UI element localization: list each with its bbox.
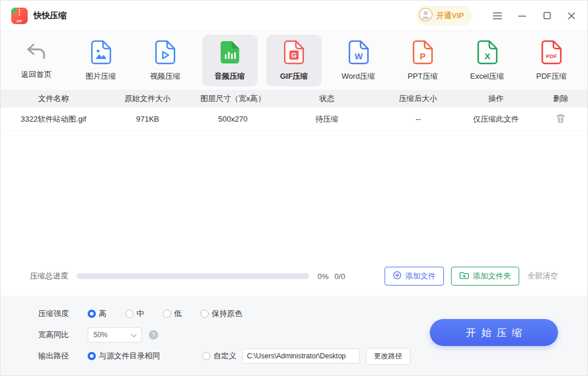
ratio-label: 宽高同比 (38, 330, 75, 340)
output-label: 输出路径 (38, 351, 75, 361)
toolbar-gif-compress[interactable]: G GIF压缩 (266, 35, 322, 86)
toolbar-video-compress[interactable]: 视频压缩 (138, 35, 193, 86)
toolbar-ppt-compress[interactable]: P PPT压缩 (395, 35, 450, 86)
progress-percent: 0% (318, 272, 329, 281)
chevron-down-icon (131, 331, 137, 337)
toolbar-audio-compress[interactable]: 音频压缩 (202, 35, 258, 86)
word-doc-icon: W (348, 40, 369, 67)
strength-option-low[interactable]: 低 (163, 308, 182, 319)
tool-label: 视频压缩 (150, 71, 181, 82)
strength-label: 压缩强度 (38, 308, 75, 319)
radio-icon (163, 310, 171, 318)
change-path-button[interactable]: 更改路径 (366, 348, 410, 365)
output-row: 输出路径 与源文件目录相同 自定义 更改路径 (38, 345, 587, 367)
progress-bar (76, 273, 309, 279)
window-controls (492, 11, 577, 21)
image-doc-icon (91, 40, 112, 67)
output-custom-option[interactable]: 自定义 (202, 351, 236, 361)
toolbar-word-compress[interactable]: W Word压缩 (331, 35, 386, 86)
tool-label: 图片压缩 (86, 71, 116, 82)
option-label: 高 (99, 308, 106, 319)
logo-text: ZIP (11, 19, 28, 23)
col-file-name: 文件名称 (1, 93, 106, 104)
file-list-empty-area (1, 131, 587, 263)
menu-icon[interactable] (492, 11, 503, 21)
col-dimensions: 图层尺寸（宽x高） (189, 93, 277, 104)
file-dimensions: 500x270 (189, 115, 277, 123)
tool-label: PDF压缩 (536, 71, 567, 82)
radio-checked-icon (88, 310, 96, 318)
option-label: 与源文件目录相同 (99, 351, 160, 361)
app-window: ZIP 快快压缩 开通VIP (0, 0, 588, 376)
option-label: 保持原色 (212, 308, 242, 319)
add-folder-button[interactable]: 添加文件夹 (451, 267, 519, 286)
close-icon[interactable] (566, 11, 577, 21)
progress-count: 0/0 (335, 272, 345, 281)
tool-label: 返回首页 (21, 69, 52, 80)
delete-file-button[interactable] (533, 113, 588, 125)
ratio-select[interactable]: 50% (88, 327, 142, 343)
toolbar-image-compress[interactable]: 图片压缩 (74, 35, 129, 86)
add-file-button[interactable]: 添加文件 (385, 267, 444, 286)
tool-label: GIF压缩 (280, 71, 308, 82)
col-status: 状态 (277, 93, 377, 104)
output-path-input[interactable] (242, 348, 360, 364)
help-icon[interactable]: ? (149, 330, 158, 340)
titlebar: ZIP 快快压缩 开通VIP (1, 1, 587, 31)
maximize-icon[interactable] (542, 11, 552, 21)
app-title: 快快压缩 (34, 11, 66, 21)
add-folder-label: 添加文件夹 (473, 271, 511, 281)
svg-text:G: G (292, 51, 297, 58)
settings-panel: 压缩强度 高 中 低 保持原色 宽高同比 50% (1, 296, 587, 375)
radio-checked-icon (88, 352, 96, 360)
progress-label: 压缩总进度 (30, 271, 68, 281)
toolbar-pdf-compress[interactable]: PDF PDF压缩 (524, 35, 579, 86)
compress-this-file-button[interactable]: 仅压缩此文件 (459, 114, 533, 125)
svg-text:W: W (355, 51, 363, 61)
progress-section: 压缩总进度 0% 0/0 添加文件 (1, 263, 587, 290)
option-label: 自定义 (213, 351, 236, 361)
strength-option-medium[interactable]: 中 (125, 308, 144, 319)
start-compress-button[interactable]: 开始压缩 (430, 319, 558, 346)
tool-label: Excel压缩 (470, 71, 505, 82)
col-original-size: 原始文件大小 (106, 93, 189, 104)
strength-option-keep-color[interactable]: 保持原色 (201, 308, 242, 319)
ppt-doc-icon: P (412, 40, 433, 67)
table-row: 3322软件站动图.gif 971KB 500x270 待压缩 -- 仅压缩此文… (1, 108, 587, 131)
option-label: 低 (174, 308, 182, 319)
file-size: 971KB (106, 115, 189, 123)
app-logo-icon: ZIP (11, 8, 28, 24)
gif-doc-icon: G (283, 40, 305, 67)
col-operation: 操作 (459, 93, 533, 104)
add-file-label: 添加文件 (405, 271, 436, 281)
file-compressed-size: -- (377, 115, 459, 123)
tool-label: PPT压缩 (407, 71, 437, 82)
radio-icon (125, 310, 133, 318)
col-delete: 删除 (533, 93, 588, 104)
excel-doc-icon: X (477, 40, 498, 67)
strength-option-high[interactable]: 高 (88, 308, 106, 319)
vip-label: 开通VIP (436, 11, 464, 21)
toolbar-excel-compress[interactable]: X Excel压缩 (460, 35, 515, 86)
folder-plus-icon (459, 271, 469, 281)
file-name: 3322软件站动图.gif (1, 114, 106, 125)
minimize-icon[interactable] (517, 11, 527, 21)
radio-icon (202, 352, 211, 360)
audio-doc-icon (219, 40, 240, 67)
col-compressed-size: 压缩后大小 (377, 93, 459, 104)
svg-text:P: P (420, 51, 426, 61)
tool-label: Word压缩 (342, 71, 375, 82)
option-label: 中 (136, 308, 144, 319)
toolbar: 返回首页 图片压缩 视频压缩 (1, 31, 587, 90)
output-same-dir-option[interactable]: 与源文件目录相同 (88, 351, 160, 361)
tool-label: 音频压缩 (215, 71, 245, 82)
video-doc-icon (155, 40, 176, 67)
ratio-value: 50% (93, 331, 108, 339)
clear-all-button[interactable]: 全部清空 (527, 271, 558, 281)
plus-circle-icon (393, 271, 402, 281)
file-status: 待压缩 (277, 114, 377, 125)
radio-icon (201, 310, 209, 318)
vip-button[interactable]: 开通VIP (416, 6, 472, 26)
toolbar-back-home[interactable]: 返回首页 (9, 35, 64, 86)
pdf-doc-icon: PDF (541, 40, 562, 67)
